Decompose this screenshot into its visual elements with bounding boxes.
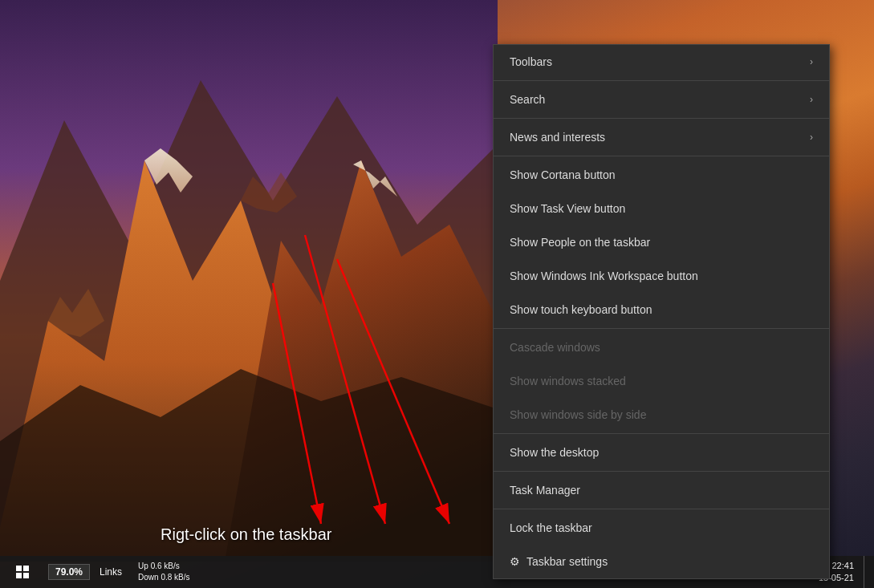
menu-item-task-manager[interactable]: Task Manager bbox=[494, 473, 829, 507]
context-menu: Toolbars › Search › News and interests ›… bbox=[493, 44, 830, 579]
menu-item-show-ink[interactable]: Show Windows Ink Workspace button bbox=[494, 259, 829, 293]
chevron-icon: › bbox=[810, 56, 813, 67]
menu-item-taskbar-settings[interactable]: ⚙ Taskbar settings bbox=[494, 545, 829, 578]
menu-item-show-desktop[interactable]: Show the desktop bbox=[494, 436, 829, 469]
menu-separator bbox=[494, 328, 829, 329]
links-label: Links bbox=[100, 566, 122, 578]
menu-item-stacked: Show windows stacked bbox=[494, 364, 829, 398]
menu-item-cascade: Cascade windows bbox=[494, 330, 829, 364]
win-logo-piece bbox=[23, 573, 29, 578]
annotation-text: Rigt-click on the taskbar bbox=[161, 525, 331, 544]
menu-separator bbox=[494, 156, 829, 156]
win-logo-piece bbox=[23, 566, 29, 571]
upload-row: Up 0.6 kB/s bbox=[138, 561, 190, 572]
battery-indicator[interactable]: 79.0% bbox=[48, 564, 90, 580]
show-desktop-button[interactable] bbox=[864, 556, 868, 588]
win-logo-piece bbox=[16, 573, 22, 578]
menu-separator bbox=[494, 118, 829, 119]
windows-logo bbox=[16, 566, 29, 578]
menu-item-news-interests[interactable]: News and interests › bbox=[494, 120, 829, 154]
battery-percentage: 79.0% bbox=[55, 566, 83, 578]
menu-separator bbox=[494, 509, 829, 509]
mountain-illustration bbox=[0, 0, 498, 562]
menu-item-lock-taskbar[interactable]: Lock the taskbar bbox=[494, 511, 829, 545]
menu-item-show-cortana[interactable]: Show Cortana button bbox=[494, 158, 829, 192]
taskbar-left: 79.0% Links Up 0.6 kB/s Down 0.8 kB/s bbox=[0, 556, 197, 588]
up-label: Up bbox=[138, 562, 148, 570]
menu-separator bbox=[494, 433, 829, 434]
taskbar-settings-with-icon: ⚙ Taskbar settings bbox=[510, 555, 608, 568]
network-info: Up 0.6 kB/s Down 0.8 kB/s bbox=[132, 561, 197, 583]
down-speed: 0.8 kB/s bbox=[161, 573, 189, 582]
menu-item-side-by-side: Show windows side by side bbox=[494, 398, 829, 432]
start-button[interactable] bbox=[3, 556, 42, 588]
menu-item-toolbars[interactable]: Toolbars › bbox=[494, 45, 829, 79]
menu-separator bbox=[494, 80, 829, 81]
download-row: Down 0.8 kB/s bbox=[138, 572, 190, 583]
menu-separator bbox=[494, 471, 829, 472]
win-logo-piece bbox=[16, 566, 22, 571]
chevron-icon: › bbox=[810, 132, 813, 143]
down-label: Down bbox=[138, 573, 159, 582]
menu-item-show-taskview[interactable]: Show Task View button bbox=[494, 192, 829, 225]
menu-item-show-touch-kbd[interactable]: Show touch keyboard button bbox=[494, 293, 829, 326]
menu-item-search[interactable]: Search › bbox=[494, 83, 829, 116]
menu-item-show-people[interactable]: Show People on the taskbar bbox=[494, 225, 829, 259]
up-speed: 0.6 kB/s bbox=[151, 562, 180, 570]
gear-icon: ⚙ bbox=[510, 555, 520, 568]
links-button[interactable]: Links bbox=[93, 556, 128, 588]
chevron-icon: › bbox=[810, 94, 813, 105]
